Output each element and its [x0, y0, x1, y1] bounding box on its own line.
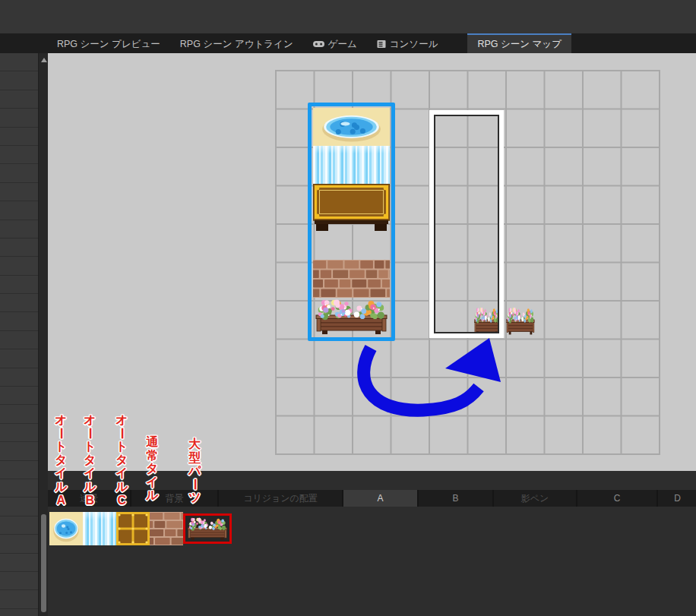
- palette-tile-row: [48, 512, 696, 550]
- scrollbar-thumb[interactable]: [41, 514, 46, 612]
- tab-rpg-scene-outline[interactable]: RPG シーン アウトライン: [170, 33, 303, 53]
- list-row[interactable]: [0, 554, 38, 572]
- list-row[interactable]: [0, 90, 38, 109]
- palette-normal-tile-brick[interactable]: [150, 512, 183, 545]
- palette-tabs: 遠景背景コリジョンの配置AB影ペンCD: [48, 490, 696, 507]
- vertical-scrollbar[interactable]: [38, 53, 48, 616]
- list-row[interactable]: [0, 405, 38, 423]
- tab-console[interactable]: コンソール: [367, 33, 448, 53]
- list-row[interactable]: [0, 109, 38, 127]
- list-row[interactable]: [0, 387, 38, 405]
- list-row[interactable]: [0, 572, 38, 590]
- placed-flower-bench-right[interactable]: [505, 306, 536, 336]
- tab-label: RPG シーン マップ: [477, 38, 562, 51]
- list-row[interactable]: [0, 609, 38, 616]
- palette-selected-tile-outline[interactable]: [183, 513, 232, 544]
- list-row[interactable]: [0, 498, 38, 516]
- tab-label: ゲーム: [328, 38, 357, 51]
- paste-target-outline: [429, 110, 504, 338]
- list-row[interactable]: [0, 53, 38, 71]
- list-row[interactable]: [0, 516, 38, 535]
- list-row[interactable]: [0, 312, 38, 330]
- palette-autotile-a-water[interactable]: [49, 512, 83, 545]
- list-row[interactable]: [0, 146, 38, 164]
- list-row[interactable]: [0, 71, 38, 90]
- editor-tab-bar: RPG シーン プレビューRPG シーン アウトラインゲームコンソールRPG シ…: [0, 33, 696, 53]
- palette-tab-background[interactable]: 背景: [131, 490, 219, 507]
- list-row[interactable]: [0, 128, 38, 146]
- palette-large-part-flower-bench[interactable]: [186, 516, 229, 541]
- list-row[interactable]: [0, 276, 38, 294]
- left-list-panel: [0, 53, 38, 616]
- tab-rpg-scene-map[interactable]: RPG シーン マップ: [467, 33, 571, 53]
- list-row[interactable]: [0, 220, 38, 239]
- list-row[interactable]: [0, 368, 38, 387]
- list-row[interactable]: [0, 461, 38, 479]
- list-row[interactable]: [0, 257, 38, 275]
- gamepad-icon: [313, 40, 324, 48]
- list-row[interactable]: [0, 239, 38, 257]
- list-row[interactable]: [0, 349, 38, 368]
- paste-target-inner-line: [434, 115, 499, 333]
- tab-label: RPG シーン プレビュー: [57, 38, 160, 51]
- console-icon: [377, 39, 386, 49]
- selection-box[interactable]: [308, 103, 395, 341]
- palette-tab-collision[interactable]: コリジョンの配置: [219, 490, 343, 507]
- palette-tab-distant-view[interactable]: 遠景: [48, 490, 131, 507]
- list-row[interactable]: [0, 442, 38, 460]
- palette-tab-c[interactable]: C: [577, 490, 658, 507]
- list-row[interactable]: [0, 590, 38, 608]
- scrollbar-up-arrow[interactable]: [41, 58, 47, 62]
- palette-tab-b[interactable]: B: [419, 490, 494, 507]
- list-row[interactable]: [0, 201, 38, 220]
- list-row[interactable]: [0, 164, 38, 182]
- list-row[interactable]: [0, 294, 38, 312]
- list-row[interactable]: [0, 479, 38, 498]
- map-canvas[interactable]: [48, 53, 696, 471]
- tab-bar-spacer: [0, 33, 47, 53]
- tile-palette-panel: 遠景背景コリジョンの配置AB影ペンCD: [48, 471, 696, 616]
- tab-rpg-scene-preview[interactable]: RPG シーン プレビュー: [47, 33, 170, 53]
- tab-label: コンソール: [390, 38, 438, 51]
- move-arrow-annotation: [348, 334, 523, 433]
- palette-autotile-b-waterfall[interactable]: [83, 512, 116, 545]
- list-row[interactable]: [0, 424, 38, 442]
- tab-game[interactable]: ゲーム: [303, 33, 367, 53]
- list-row[interactable]: [0, 535, 38, 553]
- tab-label: RPG シーン アウトライン: [180, 38, 293, 51]
- editor-tabs: RPG シーン プレビューRPG シーン アウトラインゲームコンソールRPG シ…: [47, 33, 571, 53]
- palette-autotile-c-gold-frame[interactable]: [116, 512, 150, 545]
- palette-tab-a[interactable]: A: [343, 490, 419, 507]
- palette-tab-d[interactable]: D: [658, 490, 696, 507]
- list-row[interactable]: [0, 331, 38, 349]
- palette-tab-shadow-pen[interactable]: 影ペン: [494, 490, 577, 507]
- window-header: [0, 0, 696, 33]
- rpg-maker-unite-editor: RPG シーン プレビューRPG シーン アウトラインゲームコンソールRPG シ…: [0, 0, 696, 616]
- list-row[interactable]: [0, 183, 38, 201]
